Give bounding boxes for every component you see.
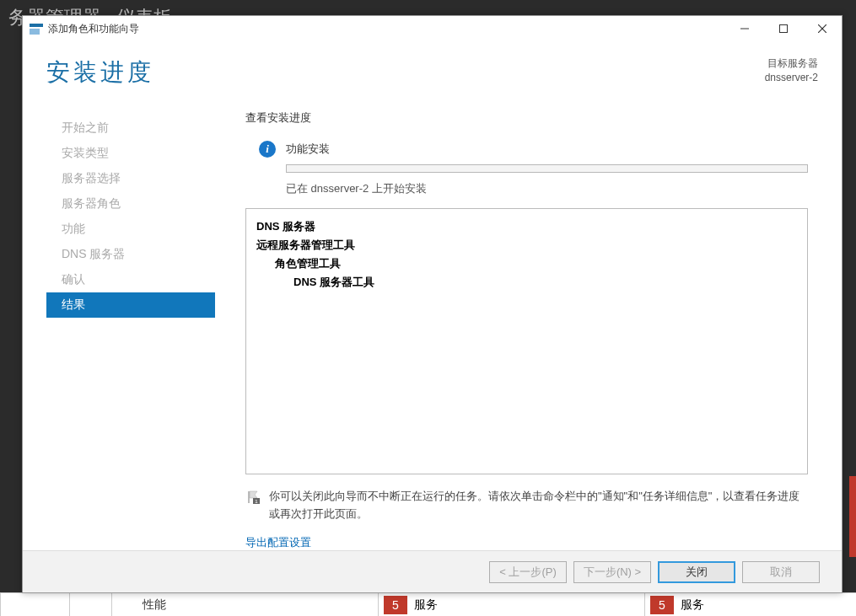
target-server-block: 目标服务器 dnsserver-2: [765, 56, 818, 85]
cancel-button: 取消: [742, 561, 820, 583]
svg-rect-0: [30, 24, 43, 27]
close-button[interactable]: 关闭: [658, 561, 735, 583]
progress-subtext: 已在 dnsserver-2 上开始安装: [286, 181, 818, 196]
bg-cell-performance: 性能: [111, 592, 378, 616]
app-icon: [30, 22, 43, 35]
svg-rect-3: [780, 25, 788, 33]
background-tiles: 性能 5 服务 5 服务: [0, 592, 856, 616]
progress-bar: [286, 164, 808, 173]
bg-cell-service: 5 服务: [644, 592, 856, 616]
target-server-label: 目标服务器: [765, 56, 818, 71]
section-label: 查看安装进度: [245, 110, 818, 126]
wizard-body: 开始之前 安装类型 服务器选择 服务器角色 功能 DNS 服务器 确认 结果 查…: [23, 95, 842, 550]
info-icon: i: [259, 141, 276, 158]
step-server-select: 服务器选择: [46, 166, 215, 191]
detail-line: 角色管理工具: [275, 257, 341, 270]
close-window-button[interactable]: [803, 16, 842, 41]
svg-rect-6: [248, 491, 250, 503]
bg-cell-blank: [0, 592, 69, 616]
minimize-button[interactable]: [725, 16, 764, 41]
flag-icon: 1: [245, 490, 261, 505]
detail-line: DNS 服务器: [256, 220, 315, 233]
wizard-footer: < 上一步(P) 下一步(N) > 关闭 取消: [23, 550, 842, 592]
wizard-header: 安装进度 目标服务器 dnsserver-2: [23, 41, 842, 95]
bg-cell-blank: [69, 592, 111, 616]
progress-shine: [286, 165, 287, 172]
background-red-strip: [849, 476, 856, 557]
bg-service-label: 服务: [414, 597, 438, 613]
step-confirm: 确认: [46, 267, 215, 292]
status-row: i 功能安装: [245, 141, 818, 158]
previous-button: < 上一步(P): [489, 561, 567, 583]
alert-count-badge: 5: [650, 596, 674, 614]
alert-count-badge: 5: [384, 596, 407, 614]
next-button: 下一步(N) >: [573, 561, 651, 583]
page-title: 安装进度: [46, 56, 154, 88]
hint-text: 你可以关闭此向导而不中断正在运行的任务。请依次单击命令栏中的"通知"和"任务详细…: [269, 488, 808, 523]
svg-rect-1: [30, 29, 40, 35]
install-details-box: DNS 服务器 远程服务器管理工具 角色管理工具 DNS 服务器工具: [245, 208, 808, 474]
detail-line: DNS 服务器工具: [293, 276, 374, 288]
wizard-main: 查看安装进度 i 功能安装 已在 dnsserver-2 上开始安装 DNS 服…: [215, 99, 818, 550]
step-results: 结果: [46, 292, 215, 318]
step-install-type: 安装类型: [46, 141, 215, 166]
status-text: 功能安装: [286, 142, 330, 157]
bg-cell-service: 5 服务: [378, 592, 644, 616]
export-config-link[interactable]: 导出配置设置: [245, 535, 818, 550]
hint-row: 1 你可以关闭此向导而不中断正在运行的任务。请依次单击命令栏中的"通知"和"任务…: [245, 488, 808, 523]
maximize-button[interactable]: [764, 16, 803, 41]
step-features: 功能: [46, 217, 215, 242]
step-before-begin: 开始之前: [46, 115, 215, 141]
detail-line: 远程服务器管理工具: [256, 238, 355, 251]
wizard-steps: 开始之前 安装类型 服务器选择 服务器角色 功能 DNS 服务器 确认 结果: [46, 99, 215, 550]
step-server-roles: 服务器角色: [46, 191, 215, 217]
dialog-title: 添加角色和功能向导: [48, 22, 725, 36]
step-dns-server: DNS 服务器: [46, 242, 215, 267]
wizard-dialog: 添加角色和功能向导 安装进度 目标服务器 dnsserver-2 开始之前 安装…: [22, 15, 843, 593]
target-server-name: dnsserver-2: [765, 71, 818, 85]
titlebar: 添加角色和功能向导: [23, 16, 842, 41]
bg-service-label: 服务: [681, 597, 704, 613]
